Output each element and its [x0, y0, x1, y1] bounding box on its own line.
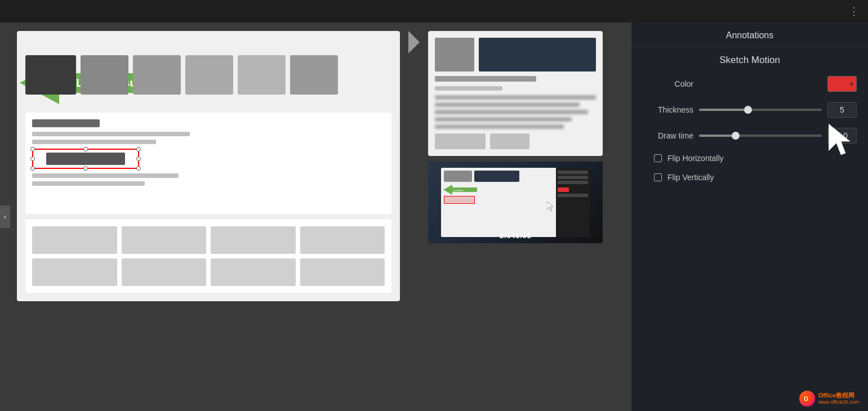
sr-thumb-gray: [435, 38, 474, 72]
selected-element[interactable]: [32, 149, 139, 169]
svg-marker-6: [829, 124, 850, 155]
sr-bar1: [435, 76, 536, 82]
vi-rp-row-4: [558, 194, 588, 197]
sr-footer: [435, 133, 596, 149]
handle-tl[interactable]: [30, 147, 35, 151]
slide-top-section: Lorem Ipsum: [25, 39, 391, 107]
block-5: [238, 55, 286, 95]
drawtime-row: Draw time 1.0: [643, 128, 857, 144]
flip-horizontal-label: Flip Horizontally: [667, 154, 724, 163]
after-line-1: [32, 173, 179, 178]
sr-text-block: [435, 95, 596, 129]
vi-rp-row-3: [558, 181, 588, 184]
block-3: [133, 55, 181, 95]
grid-cell-4: [300, 226, 385, 254]
panel-title: Annotations: [631, 23, 868, 47]
grid-cell-6: [122, 258, 207, 286]
sr-bar2: [435, 86, 502, 91]
right-panel: Annotations Sketch Motion Color ▼ Thickn…: [631, 23, 868, 411]
vi-cursor-icon: [547, 202, 555, 212]
panel-subtitle: Sketch Motion: [631, 47, 868, 76]
handle-tc[interactable]: [83, 147, 88, 151]
vi-block-1: [444, 171, 472, 182]
vi-block-2: [474, 171, 519, 182]
thickness-slider[interactable]: [699, 109, 822, 111]
cursor-decoration: [829, 124, 857, 160]
color-label: Color: [643, 79, 693, 88]
title-bar: [32, 119, 100, 127]
tb-l4: [435, 117, 572, 122]
svg-text:O: O: [804, 396, 808, 402]
slide-section-2: [25, 113, 391, 214]
line-1: [32, 132, 190, 136]
tb-l3: [435, 110, 588, 114]
thickness-slider-thumb[interactable]: [744, 106, 752, 114]
nav-arrow-left[interactable]: ‹: [0, 206, 10, 228]
watermark-icon: O: [799, 391, 815, 406]
grid-cell-2: [122, 226, 207, 254]
more-options-button[interactable]: ⋮: [849, 5, 859, 17]
handle-tr[interactable]: [136, 147, 141, 151]
watermark-text: Office教程网 www.office26.com: [818, 392, 859, 405]
block-4: [185, 55, 233, 95]
video-timestamp: 2:041:01: [500, 231, 531, 240]
flip-vertical-label: Flip Vertically: [667, 173, 714, 182]
block-1: [25, 55, 76, 95]
slides-container: Lorem Ipsum: [0, 23, 631, 411]
video-inner: Lorem: [441, 168, 590, 237]
tb-l1: [435, 95, 596, 100]
color-dropdown-arrow-icon: ▼: [849, 81, 854, 87]
drawtime-slider-thumb[interactable]: [732, 132, 740, 140]
grid-cell-7: [211, 258, 296, 286]
thickness-label: Thickness: [643, 105, 693, 114]
block-2: [81, 55, 128, 95]
color-picker-button[interactable]: ▼: [827, 76, 857, 92]
vi-red-box: [444, 196, 475, 204]
thickness-value[interactable]: 5: [827, 102, 857, 118]
slide-section-3: [25, 220, 391, 293]
grid-cell-1: [32, 226, 117, 254]
flip-vertical-checkbox[interactable]: [654, 173, 662, 181]
after-line-2: [32, 181, 145, 186]
handle-bl[interactable]: [30, 166, 35, 171]
vi-right-panel: [556, 168, 590, 237]
svg-marker-5: [547, 202, 553, 211]
canvas-area: ‹ Lorem Ipsum: [0, 23, 631, 411]
tb-l2: [435, 102, 580, 107]
main-layout: ‹ Lorem Ipsum: [0, 23, 868, 411]
grid-cell-8: [300, 258, 385, 286]
video-thumbnail[interactable]: Lorem: [428, 162, 603, 243]
watermark-line1: Office教程网: [818, 392, 859, 399]
drawtime-label: Draw time: [643, 131, 693, 140]
slide-left: Lorem Ipsum: [17, 31, 400, 301]
vi-rp-row-2: [558, 176, 588, 179]
handle-br[interactable]: [136, 166, 141, 171]
sr-thumb-dark: [479, 38, 596, 72]
watermark-line2: www.office26.com: [818, 399, 859, 405]
handle-bc[interactable]: [83, 166, 88, 171]
grid-cell-5: [32, 258, 117, 286]
svg-text:Lorem: Lorem: [453, 189, 463, 192]
watermark: O Office教程网 www.office26.com: [799, 391, 859, 406]
selected-content-bar: [46, 153, 125, 165]
flip-horizontal-checkbox[interactable]: [654, 154, 662, 162]
block-6: [290, 55, 338, 95]
handle-mr[interactable]: [136, 157, 141, 161]
handle-ml[interactable]: [30, 157, 35, 161]
line-2: [32, 140, 156, 144]
svg-marker-2: [408, 31, 420, 53]
thickness-row: Thickness 5: [643, 102, 857, 118]
slide-divider: [406, 31, 422, 53]
slide-right: Lorem: [428, 31, 603, 243]
color-row: Color ▼: [643, 76, 857, 92]
flip-horizontal-row: Flip Horizontally: [643, 154, 857, 163]
sr-foot-b1: [435, 133, 486, 149]
drawtime-slider-fill: [699, 135, 736, 137]
grid-cell-3: [211, 226, 296, 254]
sr-foot-b2: [490, 133, 529, 149]
drawtime-slider[interactable]: [699, 135, 822, 137]
sr-header: [435, 38, 596, 72]
top-bar: ⋮: [0, 0, 868, 23]
flip-vertical-row: Flip Vertically: [643, 173, 857, 182]
vi-rp-row-1: [558, 171, 588, 174]
